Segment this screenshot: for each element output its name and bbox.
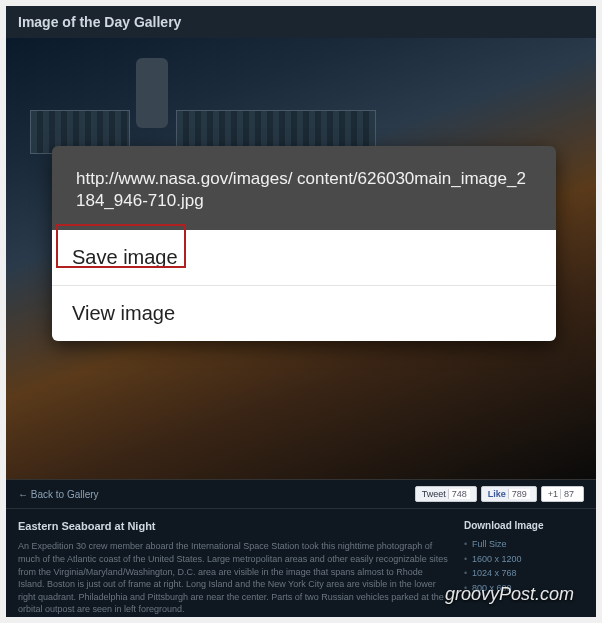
plus-one-count: 87 <box>560 489 577 499</box>
like-count: 789 <box>508 489 530 499</box>
download-heading: Download Image <box>464 519 584 533</box>
download-size-item[interactable]: Full Size <box>464 537 584 552</box>
download-size-item[interactable]: 800 x 600 <box>464 581 584 596</box>
view-image-option[interactable]: View image <box>52 286 556 341</box>
gallery-title: Image of the Day Gallery <box>18 14 584 30</box>
image-title: Eastern Seaboard at Night <box>18 519 450 534</box>
context-menu-url: http://www.nasa.gov/images/ content/6260… <box>52 146 556 230</box>
page-container: Image of the Day Gallery http://www.nasa… <box>6 6 596 617</box>
tweet-count: 748 <box>448 489 470 499</box>
download-size-list: Full Size 1600 x 1200 1024 x 768 800 x 6… <box>464 537 584 595</box>
description-area: Eastern Seaboard at Night An Expedition … <box>6 509 596 617</box>
plus-one-label: +1 <box>548 489 558 499</box>
tweet-button[interactable]: Tweet 748 <box>415 486 477 502</box>
image-description: An Expedition 30 crew member aboard the … <box>18 540 450 616</box>
image-context-menu: http://www.nasa.gov/images/ content/6260… <box>52 146 556 341</box>
download-size-item[interactable]: 1600 x 1200 <box>464 552 584 567</box>
social-share-row: Tweet 748 Like 789 +1 87 <box>415 486 584 502</box>
back-to-gallery-link[interactable]: Back to Gallery <box>18 489 99 500</box>
gallery-title-bar: Image of the Day Gallery <box>6 6 596 38</box>
iss-module <box>136 58 168 128</box>
like-button[interactable]: Like 789 <box>481 486 537 502</box>
plus-one-button[interactable]: +1 87 <box>541 486 584 502</box>
like-label: Like <box>488 489 506 499</box>
download-size-item[interactable]: 1024 x 768 <box>464 566 584 581</box>
tweet-label: Tweet <box>422 489 446 499</box>
save-image-option[interactable]: Save image <box>52 230 556 286</box>
